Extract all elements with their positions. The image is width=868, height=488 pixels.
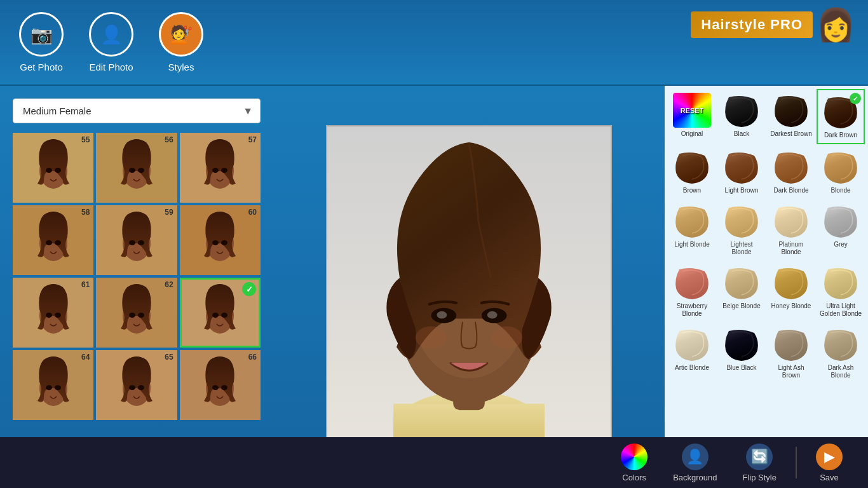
svg-point-2 xyxy=(46,168,52,173)
color-swatch-dark-blonde xyxy=(772,149,810,184)
color-item-black[interactable]: Black xyxy=(717,89,766,144)
color-item-lightest-blonde[interactable]: Lightest Blonde xyxy=(717,200,766,260)
nav-label-edit-photo: Edit Photo xyxy=(89,62,133,72)
color-item-dark-brown[interactable]: Dark Brown✓ xyxy=(817,89,865,144)
style-item[interactable]: 66 xyxy=(180,350,261,420)
hair-swatch-svg xyxy=(722,205,761,238)
svg-point-10 xyxy=(212,168,219,173)
style-item[interactable]: 55 xyxy=(13,133,93,203)
brand-mascot-icon: 👩 xyxy=(816,6,855,43)
color-item-ultra-light-golden[interactable]: Ultra Light Golden Blonde xyxy=(817,261,865,322)
hair-swatch-svg xyxy=(822,328,860,361)
flip-style-button[interactable]: 🔄 Flip Style xyxy=(730,438,789,487)
color-label-beige-blonde: Beige Blonde xyxy=(722,302,761,310)
nav-icon-styles: 💇 xyxy=(159,12,203,57)
color-item-strawberry-blonde[interactable]: Strawberry Blonde xyxy=(668,261,716,322)
color-swatch-light-blonde xyxy=(673,203,711,238)
svg-point-26 xyxy=(46,313,52,318)
colors-button[interactable]: ⬤ Colors xyxy=(608,438,660,487)
color-swatch-light-brown xyxy=(722,149,761,184)
style-number: 62 xyxy=(165,280,173,289)
center-panel xyxy=(273,86,665,488)
save-label: Save xyxy=(820,473,839,482)
color-item-light-blonde[interactable]: Light Blonde xyxy=(668,200,716,260)
svg-point-38 xyxy=(46,385,52,390)
color-item-blue-black[interactable]: Blue Black xyxy=(717,323,766,383)
flip-style-label: Flip Style xyxy=(743,473,776,482)
color-swatch-original: RESET xyxy=(673,93,711,128)
hair-swatch-svg xyxy=(772,151,810,184)
hair-swatch-svg xyxy=(722,94,761,127)
color-item-light-brown[interactable]: Light Brown xyxy=(717,146,766,198)
color-swatch-darkest-brown xyxy=(772,93,810,128)
header: 📷Get Photo👤Edit Photo💇Styles Hairstyle P… xyxy=(0,0,868,86)
style-item[interactable]: 64 xyxy=(13,350,93,420)
style-item[interactable]: ✓ xyxy=(180,278,261,348)
color-swatch-brown xyxy=(673,149,711,184)
style-number: 58 xyxy=(81,208,90,217)
color-item-blonde[interactable]: Blonde xyxy=(817,146,865,198)
nav-item-styles[interactable]: 💇Styles xyxy=(159,12,203,72)
nav-item-get-photo[interactable]: 📷Get Photo xyxy=(19,12,64,72)
color-swatch-platinum-blonde xyxy=(772,203,810,238)
hair-swatch-svg xyxy=(822,205,860,238)
style-item[interactable]: 65 xyxy=(96,350,177,420)
svg-point-46 xyxy=(212,385,219,390)
hair-swatch-svg xyxy=(772,94,810,127)
color-swatch-light-ash-brown xyxy=(772,327,810,362)
color-label-light-brown: Light Brown xyxy=(725,187,759,194)
svg-point-7 xyxy=(138,168,144,173)
svg-point-47 xyxy=(221,385,227,390)
color-label-honey-blonde: Honey Blonde xyxy=(771,302,811,310)
style-category-dropdown[interactable]: Medium Female Short Female Long Female S… xyxy=(13,98,261,123)
style-item[interactable]: 58 xyxy=(13,205,93,275)
svg-point-57 xyxy=(487,311,498,318)
color-item-dark-blonde[interactable]: Dark Blonde xyxy=(767,146,815,198)
colors-icon: ⬤ xyxy=(621,444,648,470)
style-item[interactable]: 56 xyxy=(96,133,177,203)
preview-frame xyxy=(326,125,612,449)
style-number: 60 xyxy=(248,208,257,217)
color-swatch-strawberry-blonde xyxy=(673,265,711,300)
hair-swatch-svg xyxy=(673,266,711,299)
style-number: 55 xyxy=(81,135,90,144)
color-item-brown[interactable]: Brown xyxy=(668,146,716,198)
svg-point-58 xyxy=(416,326,447,349)
color-item-artic-blonde[interactable]: Artic Blonde xyxy=(668,323,716,383)
style-number: 66 xyxy=(248,353,257,362)
style-category-dropdown-wrapper: Medium Female Short Female Long Female S… xyxy=(13,98,261,123)
color-item-honey-blonde[interactable]: Honey Blonde xyxy=(767,261,815,322)
styles-grid: 55 56 57 xyxy=(13,133,261,420)
color-item-platinum-blonde[interactable]: Platinum Blonde xyxy=(767,200,815,260)
color-swatch-ultra-light-golden xyxy=(822,265,860,300)
color-item-grey[interactable]: Grey xyxy=(817,200,865,260)
hair-swatch-svg xyxy=(673,205,711,238)
color-item-original[interactable]: RESETOriginal xyxy=(668,89,716,144)
svg-point-22 xyxy=(212,240,219,245)
color-item-beige-blonde[interactable]: Beige Blonde xyxy=(717,261,766,322)
main-area: Medium Female Short Female Long Female S… xyxy=(0,86,868,488)
nav-item-edit-photo[interactable]: 👤Edit Photo xyxy=(89,12,133,72)
color-item-dark-ash-blonde[interactable]: Dark Ash Blonde xyxy=(817,323,865,383)
color-label-brown: Brown xyxy=(683,187,701,194)
save-button[interactable]: ▶ Save xyxy=(803,438,855,487)
color-label-ultra-light-golden: Ultra Light Golden Blonde xyxy=(819,302,862,318)
style-number: 59 xyxy=(165,208,173,217)
color-item-darkest-brown[interactable]: Darkest Brown xyxy=(767,89,815,144)
style-item[interactable]: 60 xyxy=(180,205,261,275)
color-swatch-dark-ash-blonde xyxy=(822,327,860,362)
color-swatch-blonde xyxy=(822,149,860,184)
color-item-light-ash-brown[interactable]: Light Ash Brown xyxy=(767,323,815,383)
style-item[interactable]: 59 xyxy=(96,205,177,275)
style-item[interactable]: 57 xyxy=(180,133,261,203)
nav-icon-get-photo: 📷 xyxy=(19,12,64,57)
background-button[interactable]: 👤 Background xyxy=(660,438,729,487)
hair-swatch-svg xyxy=(772,266,810,299)
background-icon: 👤 xyxy=(682,444,709,470)
style-item[interactable]: 62 xyxy=(96,278,177,348)
svg-point-3 xyxy=(55,168,61,173)
right-panel: RESETOriginal Black Darkest Brown xyxy=(665,86,868,488)
header-nav: 📷Get Photo👤Edit Photo💇Styles xyxy=(19,12,203,72)
color-swatch-lightest-blonde xyxy=(722,203,761,238)
style-item[interactable]: 61 xyxy=(13,278,93,348)
